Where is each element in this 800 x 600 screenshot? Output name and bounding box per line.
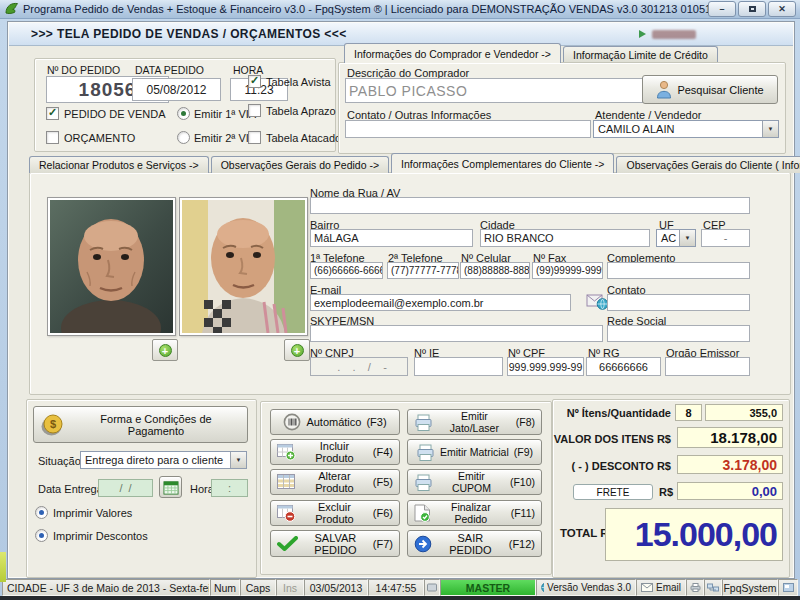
tab-informacoes-comprador[interactable]: Informações do Comprador e Vendedor ->	[344, 43, 561, 63]
itens-qty-value: 355,0	[705, 404, 783, 421]
buyer-panel: Descrição do Comprador PABLO PICASSO Pes…	[338, 62, 786, 154]
automatico-label: Automático	[306, 416, 361, 428]
celular-field[interactable]: (88)88888-8888	[460, 262, 530, 279]
emitir-2via-radio[interactable]	[177, 131, 190, 144]
pesquisar-cliente-button[interactable]: Pesquisar Cliente	[642, 75, 778, 104]
window-title: Programa Pedido de Vendas + Estoque & Fi…	[23, 3, 708, 15]
ie-field[interactable]	[414, 357, 503, 376]
coin-icon: $	[40, 413, 66, 437]
status-network-icon[interactable]	[704, 579, 722, 596]
total-value: 15.000,00	[605, 508, 783, 561]
situacao-dropdown[interactable]: Entrega direto para o cliente ▼	[80, 451, 247, 469]
orcamento-checkbox[interactable]	[46, 131, 59, 144]
incluir-produto-label: Incluir Produto	[301, 440, 368, 464]
cidade-field[interactable]: RIO BRANCO	[480, 229, 650, 247]
alterar-produto-button[interactable]: Alterar Produto (F5)	[270, 469, 400, 495]
salvar-pedido-label: SALVAR PEDIDO	[303, 532, 368, 556]
rg-field[interactable]: 66666666	[586, 357, 661, 376]
incluir-produto-button[interactable]: Incluir Produto (F4)	[270, 439, 400, 465]
add-photo-1-button[interactable]: +	[152, 339, 178, 361]
order-date-field[interactable]: 05/08/2012	[132, 78, 221, 101]
emitir-1via-label: Emitir 1ª VIA	[194, 108, 256, 120]
status-bar: CIDADE - UF 3 de Maio de 2013 - Sexta-fe…	[2, 579, 798, 596]
arrow-right-icon	[414, 535, 432, 553]
frete-value: 0,00	[677, 482, 783, 500]
emitir-cupom-button[interactable]: Emitir CUPOM (F10)	[407, 469, 542, 495]
uf-value: AC	[661, 232, 676, 244]
printer-icon	[414, 414, 433, 431]
sair-pedido-button[interactable]: SAIR PEDIDO (F12)	[407, 530, 542, 557]
status-email[interactable]: Email	[636, 579, 686, 596]
add-photo-2-button[interactable]: +	[284, 339, 310, 361]
minimize-button[interactable]: –	[708, 1, 736, 17]
email-field[interactable]: exemplodeemail@exemplo.com.br	[310, 294, 571, 311]
contato-outras-field[interactable]	[345, 120, 591, 138]
tab-relacionar-produtos[interactable]: Relacionar Produtos e Serviços ->	[29, 156, 209, 173]
excluir-produto-key: (F6)	[373, 507, 393, 519]
tab-observacoes-cliente[interactable]: Observações Gerais do Cliente ( Informaç…	[616, 156, 800, 173]
complemento-field[interactable]	[607, 262, 750, 279]
cep-field[interactable]: -	[701, 229, 750, 247]
client-photo-2[interactable]	[179, 197, 308, 336]
check-mark-icon	[277, 536, 298, 551]
tabela-avista-checkbox[interactable]: ✓	[248, 75, 261, 88]
chevron-down-icon: ▼	[762, 121, 778, 137]
emitir-matricial-key: (F9)	[514, 446, 533, 458]
cnpj-field[interactable]: . . / -	[310, 357, 408, 376]
descricao-comprador-field[interactable]: PABLO PICASSO	[345, 78, 643, 103]
imprimir-descontos-radio[interactable]	[35, 529, 48, 542]
emitir-jato-laser-button[interactable]: Emitir Jato/Laser (F8)	[407, 409, 542, 435]
tabela-atacado-checkbox[interactable]	[248, 131, 261, 144]
emitir-matricial-label: Emitir Matricial	[440, 446, 509, 458]
taskbar-edge	[0, 596, 800, 600]
imprimir-valores-radio[interactable]	[35, 506, 48, 519]
fax-field[interactable]: (99)99999-9999	[532, 262, 603, 279]
plus-icon: +	[159, 344, 172, 357]
tab-limite-credito[interactable]: Informação Limite de Crédito	[563, 46, 718, 63]
telefone1-field[interactable]: (66)66666-6666	[310, 262, 383, 279]
atendente-dropdown[interactable]: CAMILO ALAIN ▼	[593, 120, 779, 138]
automatico-key: (F3)	[366, 416, 386, 428]
tab-informacoes-complementares[interactable]: Informações Complementares do Cliente ->	[391, 153, 614, 173]
telefone2-field[interactable]: (77)77777-7778	[387, 262, 459, 279]
emitir-2via-label: Emitir 2ª VIA	[194, 132, 256, 144]
skype-field[interactable]	[310, 325, 603, 342]
client-photo-1[interactable]	[47, 197, 176, 336]
uf-dropdown[interactable]: AC ▼	[656, 229, 696, 247]
finalizar-pedido-button[interactable]: Finalizar Pedido (F11)	[407, 500, 542, 526]
tabela-aprazo-label: Tabela Aprazo	[266, 105, 336, 117]
tab-observacoes-pedido[interactable]: Observações Gerais do Pedido ->	[211, 156, 389, 173]
emitir-1via-radio[interactable]	[177, 107, 190, 120]
app-logo-icon	[4, 1, 19, 17]
itens-count-value: 8	[675, 404, 702, 421]
status-printer-icon[interactable]	[686, 579, 704, 596]
status-version: Versão Vendas 3.0	[536, 579, 636, 596]
rua-field[interactable]	[310, 197, 750, 214]
bairro-field[interactable]: MáLAGA	[310, 229, 473, 247]
rede-social-field[interactable]	[607, 325, 750, 342]
excluir-produto-button[interactable]: Excluir Produto (F6)	[270, 500, 400, 526]
automatico-button[interactable]: Automático (F3)	[270, 409, 400, 435]
status-date: 03/05/2013	[304, 579, 368, 596]
hora-entrega-field[interactable]: :	[211, 479, 248, 497]
finalizar-pedido-label: Finalizar Pedido	[436, 501, 506, 525]
forma-pagamento-label: Forma e Condições de Pagamento	[71, 413, 241, 437]
contato-field[interactable]	[607, 294, 750, 311]
tabela-aprazo-checkbox[interactable]	[248, 104, 261, 117]
salvar-pedido-button[interactable]: SALVAR PEDIDO (F7)	[270, 530, 400, 557]
pesquisar-cliente-label: Pesquisar Cliente	[677, 84, 763, 96]
maximize-button[interactable]	[738, 1, 766, 17]
data-entrega-field[interactable]: / /	[98, 479, 153, 497]
calendar-button[interactable]	[159, 476, 182, 498]
orgao-emissor-field[interactable]	[665, 357, 750, 376]
cpf-field[interactable]: 999.999.999-99	[507, 357, 584, 376]
plus-icon: +	[291, 344, 304, 357]
emitir-matricial-button[interactable]: Emitir Matricial (F9)	[407, 439, 542, 465]
frete-button[interactable]: FRETE	[573, 484, 653, 500]
send-email-icon[interactable]	[586, 291, 609, 313]
forma-pagamento-button[interactable]: $ Forma e Condições de Pagamento	[33, 406, 248, 443]
page-title: >>> TELA PEDIDO DE VENDAS / ORÇAMENTOS <…	[31, 27, 347, 41]
close-button[interactable]: ✕	[768, 1, 796, 17]
pedido-venda-checkbox[interactable]: ✓	[46, 107, 59, 120]
emitir-jato-laser-key: (F8)	[516, 416, 535, 428]
